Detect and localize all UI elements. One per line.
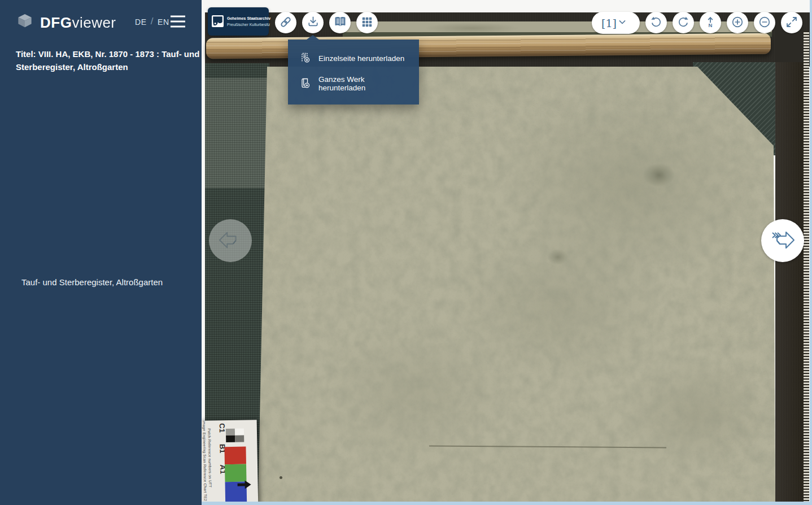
archive-eagle-icon (212, 15, 224, 27)
previous-page-button[interactable] (209, 219, 252, 262)
menu-item-label: Einzelseite herunterladen (318, 54, 404, 63)
brand-bold: DFG (40, 14, 72, 31)
image-viewer: Image Engineering Scan Reference Chart T… (202, 0, 812, 505)
horizontal-scrollbar[interactable] (202, 502, 810, 505)
language-switcher: DE / EN (135, 16, 169, 28)
vertical-scrollbar[interactable] (810, 0, 812, 505)
lang-separator: / (151, 16, 154, 27)
book-download-icon (299, 77, 311, 90)
north-arrow-icon: N (704, 15, 717, 31)
scan-page-edges (804, 31, 809, 502)
chevron-down-icon (617, 16, 632, 29)
sidebar: DFGviewer DE / EN Titel: VIII. HA, EKB, … (0, 0, 202, 505)
red-patch (224, 446, 246, 464)
grid-icon (361, 16, 373, 30)
download-button[interactable] (302, 12, 324, 33)
zoom-in-button[interactable] (727, 12, 748, 33)
thumbnail-grid-button[interactable] (356, 12, 378, 33)
fullscreen-button[interactable] (781, 12, 802, 33)
dfg-cube-icon (15, 12, 35, 32)
paper-texture (258, 62, 775, 502)
dfg-viewer-logo[interactable]: DFGviewer (15, 12, 116, 32)
scan-right-cover-band (775, 62, 805, 502)
menu-toggle-button[interactable] (170, 14, 186, 29)
menu-item-label: Ganzes Werk herunterladen (318, 75, 408, 92)
calibration-arrow-icon (237, 480, 251, 491)
dfg-viewer-app: DFGviewer DE / EN Titel: VIII. HA, EKB, … (0, 0, 812, 505)
rotate-left-icon (649, 15, 663, 31)
archive-logo-badge[interactable]: Geheimes Staatsarchiv Preußischer Kultur… (208, 7, 269, 36)
rotate-right-icon (676, 15, 690, 31)
gray-checker-patches (226, 429, 244, 443)
next-page-arrow-icon (769, 228, 796, 254)
rotate-right-button[interactable] (673, 12, 694, 33)
fullscreen-icon (785, 15, 798, 31)
document-title: Titel: VIII. HA, EKB, Nr. 1870 - 1873 : … (16, 47, 200, 73)
download-icon (307, 15, 320, 30)
zoom-out-button[interactable] (754, 12, 775, 33)
scan-cloth-left-light (205, 78, 269, 188)
toc-entry-link[interactable]: Tauf- und Sterberegister, Altroßgarten (21, 277, 163, 287)
lang-de[interactable]: DE (135, 18, 147, 27)
link-icon (279, 15, 293, 31)
current-page-value: [1] (601, 17, 617, 29)
brand-text: DFGviewer (40, 15, 116, 30)
page-select-dropdown[interactable]: [1] (592, 12, 640, 34)
hamburger-icon (170, 22, 186, 31)
calibration-side-text-2: Patch Reference numbers on UTT (206, 428, 212, 502)
patch-label-c1: C1 (217, 423, 226, 433)
archive-name: Geheimes Staatsarchiv (227, 16, 270, 20)
zoom-out-icon (758, 15, 771, 31)
page-download-icon (299, 52, 311, 65)
green-patch (225, 464, 247, 482)
previous-page-arrow-icon (217, 228, 243, 254)
color-calibration-card: Image Engineering Scan Reference Chart T… (202, 420, 258, 505)
archive-subname: Preußischer Kulturbesitz (227, 23, 270, 27)
open-book-icon (333, 15, 347, 31)
double-page-button[interactable] (329, 12, 351, 33)
menu-item-download-single-page[interactable]: Einzelseite herunterladen (288, 47, 419, 70)
download-dropdown-menu: Einzelseite herunterladen Ganzes Werk he… (288, 40, 419, 105)
scan-endpaper-page (258, 62, 775, 502)
reset-orientation-button[interactable]: N (700, 12, 721, 33)
lang-en[interactable]: EN (158, 18, 169, 27)
next-page-button[interactable] (761, 219, 804, 262)
zoom-in-icon (731, 15, 744, 31)
svg-text:N: N (709, 22, 713, 28)
permalink-button[interactable] (275, 12, 296, 33)
menu-item-download-full-work[interactable]: Ganzes Werk herunterladen (288, 70, 419, 97)
brand-light: viewer (72, 14, 116, 31)
rotate-left-button[interactable] (645, 12, 667, 33)
paper-ink-dot (280, 476, 282, 479)
